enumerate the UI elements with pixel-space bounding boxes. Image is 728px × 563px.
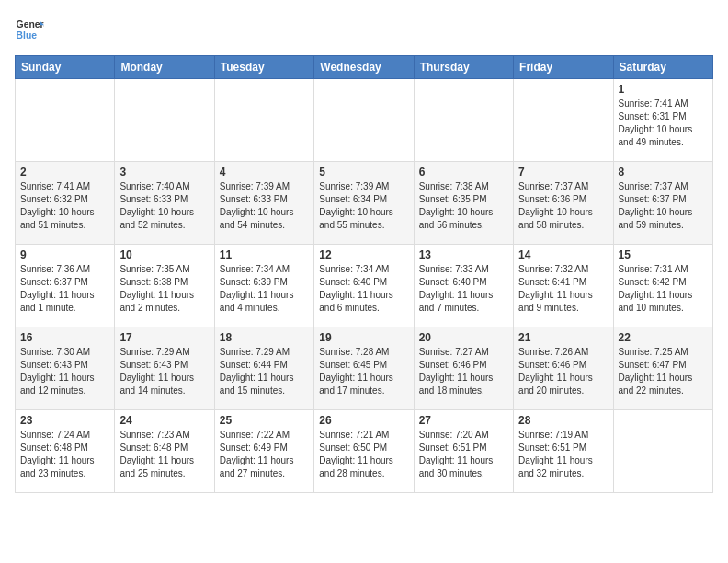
calendar-cell [115,79,214,162]
calendar-cell: 11Sunrise: 7:34 AM Sunset: 6:39 PM Dayli… [214,245,313,327]
day-number: 28 [518,414,608,427]
calendar-cell: 9Sunrise: 7:36 AM Sunset: 6:37 PM Daylig… [16,245,115,327]
calendar-cell: 16Sunrise: 7:30 AM Sunset: 6:43 PM Dayli… [16,327,115,410]
calendar-cell: 20Sunrise: 7:27 AM Sunset: 6:46 PM Dayli… [414,327,513,410]
calendar-cell [314,79,414,162]
day-number: 12 [319,248,408,261]
day-info: Sunrise: 7:37 AM Sunset: 6:37 PM Dayligh… [619,180,708,232]
calendar-cell [613,410,712,493]
day-info: Sunrise: 7:34 AM Sunset: 6:40 PM Dayligh… [319,263,408,315]
calendar-cell: 7Sunrise: 7:37 AM Sunset: 6:36 PM Daylig… [514,162,613,245]
calendar-cell: 26Sunrise: 7:21 AM Sunset: 6:50 PM Dayli… [314,410,414,493]
day-number: 11 [220,248,309,261]
day-info: Sunrise: 7:21 AM Sunset: 6:50 PM Dayligh… [319,429,408,480]
day-number: 13 [419,248,508,261]
day-info: Sunrise: 7:41 AM Sunset: 6:32 PM Dayligh… [20,180,109,232]
svg-text:Blue: Blue [17,30,38,40]
calendar-cell: 12Sunrise: 7:34 AM Sunset: 6:40 PM Dayli… [314,245,414,327]
calendar-cell: 27Sunrise: 7:20 AM Sunset: 6:51 PM Dayli… [414,410,513,493]
day-number: 25 [220,414,309,427]
calendar-cell: 18Sunrise: 7:29 AM Sunset: 6:44 PM Dayli… [214,327,313,410]
logo: General Blue [15,15,44,44]
calendar-cell [514,79,613,162]
day-number: 26 [319,414,408,427]
page-header: General Blue [15,15,713,44]
day-info: Sunrise: 7:35 AM Sunset: 6:38 PM Dayligh… [119,263,209,315]
day-info: Sunrise: 7:33 AM Sunset: 6:40 PM Dayligh… [419,263,508,315]
day-info: Sunrise: 7:32 AM Sunset: 6:41 PM Dayligh… [518,263,608,315]
calendar-cell: 13Sunrise: 7:33 AM Sunset: 6:40 PM Dayli… [414,245,513,327]
calendar-cell: 19Sunrise: 7:28 AM Sunset: 6:45 PM Dayli… [314,327,414,410]
day-info: Sunrise: 7:19 AM Sunset: 6:51 PM Dayligh… [518,429,608,480]
day-info: Sunrise: 7:29 AM Sunset: 6:44 PM Dayligh… [220,346,309,397]
weekday-header-tuesday: Tuesday [214,56,313,79]
day-number: 19 [319,331,408,344]
day-number: 9 [20,248,109,261]
day-info: Sunrise: 7:25 AM Sunset: 6:47 PM Dayligh… [619,346,708,397]
calendar-cell [16,79,115,162]
calendar-cell: 14Sunrise: 7:32 AM Sunset: 6:41 PM Dayli… [514,245,613,327]
day-info: Sunrise: 7:27 AM Sunset: 6:46 PM Dayligh… [419,346,508,397]
calendar-cell [214,79,313,162]
day-info: Sunrise: 7:23 AM Sunset: 6:48 PM Dayligh… [119,429,209,480]
day-number: 8 [619,166,708,178]
day-info: Sunrise: 7:29 AM Sunset: 6:43 PM Dayligh… [119,346,209,397]
calendar-header: SundayMondayTuesdayWednesdayThursdayFrid… [16,56,713,79]
day-info: Sunrise: 7:41 AM Sunset: 6:31 PM Dayligh… [619,98,708,149]
day-number: 21 [518,331,608,344]
day-info: Sunrise: 7:37 AM Sunset: 6:36 PM Dayligh… [518,180,608,232]
calendar-week-row: 2Sunrise: 7:41 AM Sunset: 6:32 PM Daylig… [16,162,713,245]
day-info: Sunrise: 7:22 AM Sunset: 6:49 PM Dayligh… [220,429,309,480]
calendar-cell: 8Sunrise: 7:37 AM Sunset: 6:37 PM Daylig… [613,162,712,245]
day-info: Sunrise: 7:39 AM Sunset: 6:33 PM Dayligh… [220,180,309,232]
day-info: Sunrise: 7:34 AM Sunset: 6:39 PM Dayligh… [220,263,309,315]
calendar-week-row: 23Sunrise: 7:24 AM Sunset: 6:48 PM Dayli… [16,410,713,493]
calendar-cell: 10Sunrise: 7:35 AM Sunset: 6:38 PM Dayli… [115,245,214,327]
weekday-header-wednesday: Wednesday [314,56,414,79]
day-info: Sunrise: 7:38 AM Sunset: 6:35 PM Dayligh… [419,180,508,232]
calendar-cell: 24Sunrise: 7:23 AM Sunset: 6:48 PM Dayli… [115,410,214,493]
day-info: Sunrise: 7:20 AM Sunset: 6:51 PM Dayligh… [419,429,508,480]
calendar-cell: 23Sunrise: 7:24 AM Sunset: 6:48 PM Dayli… [16,410,115,493]
calendar-cell: 17Sunrise: 7:29 AM Sunset: 6:43 PM Dayli… [115,327,214,410]
day-number: 7 [518,166,608,178]
logo-icon: General Blue [15,15,44,44]
calendar-cell: 22Sunrise: 7:25 AM Sunset: 6:47 PM Dayli… [613,327,712,410]
calendar-cell [414,79,513,162]
day-number: 16 [20,331,109,344]
calendar-week-row: 16Sunrise: 7:30 AM Sunset: 6:43 PM Dayli… [16,327,713,410]
day-number: 6 [419,166,508,178]
day-number: 5 [319,166,408,178]
calendar-cell: 4Sunrise: 7:39 AM Sunset: 6:33 PM Daylig… [214,162,313,245]
calendar-cell: 1Sunrise: 7:41 AM Sunset: 6:31 PM Daylig… [613,79,712,162]
calendar-cell: 21Sunrise: 7:26 AM Sunset: 6:46 PM Dayli… [514,327,613,410]
day-number: 14 [518,248,608,261]
day-info: Sunrise: 7:24 AM Sunset: 6:48 PM Dayligh… [20,429,109,480]
calendar-week-row: 9Sunrise: 7:36 AM Sunset: 6:37 PM Daylig… [16,245,713,327]
day-number: 3 [119,166,209,178]
calendar-week-row: 1Sunrise: 7:41 AM Sunset: 6:31 PM Daylig… [16,79,713,162]
day-info: Sunrise: 7:31 AM Sunset: 6:42 PM Dayligh… [619,263,708,315]
day-number: 2 [20,166,109,178]
weekday-header-monday: Monday [115,56,214,79]
day-number: 20 [419,331,508,344]
weekday-header-sunday: Sunday [16,56,115,79]
calendar-cell: 2Sunrise: 7:41 AM Sunset: 6:32 PM Daylig… [16,162,115,245]
day-number: 17 [119,331,209,344]
day-number: 18 [220,331,309,344]
day-number: 23 [20,414,109,427]
weekday-header-thursday: Thursday [414,56,513,79]
calendar-cell: 5Sunrise: 7:39 AM Sunset: 6:34 PM Daylig… [314,162,414,245]
day-number: 24 [119,414,209,427]
day-number: 15 [619,248,708,261]
day-info: Sunrise: 7:30 AM Sunset: 6:43 PM Dayligh… [20,346,109,397]
calendar-cell: 28Sunrise: 7:19 AM Sunset: 6:51 PM Dayli… [514,410,613,493]
weekday-header-friday: Friday [514,56,613,79]
day-info: Sunrise: 7:40 AM Sunset: 6:33 PM Dayligh… [119,180,209,232]
calendar-cell: 25Sunrise: 7:22 AM Sunset: 6:49 PM Dayli… [214,410,313,493]
weekday-header-row: SundayMondayTuesdayWednesdayThursdayFrid… [16,56,713,79]
calendar-cell: 3Sunrise: 7:40 AM Sunset: 6:33 PM Daylig… [115,162,214,245]
day-number: 10 [119,248,209,261]
day-number: 27 [419,414,508,427]
calendar-table: SundayMondayTuesdayWednesdayThursdayFrid… [15,55,713,493]
